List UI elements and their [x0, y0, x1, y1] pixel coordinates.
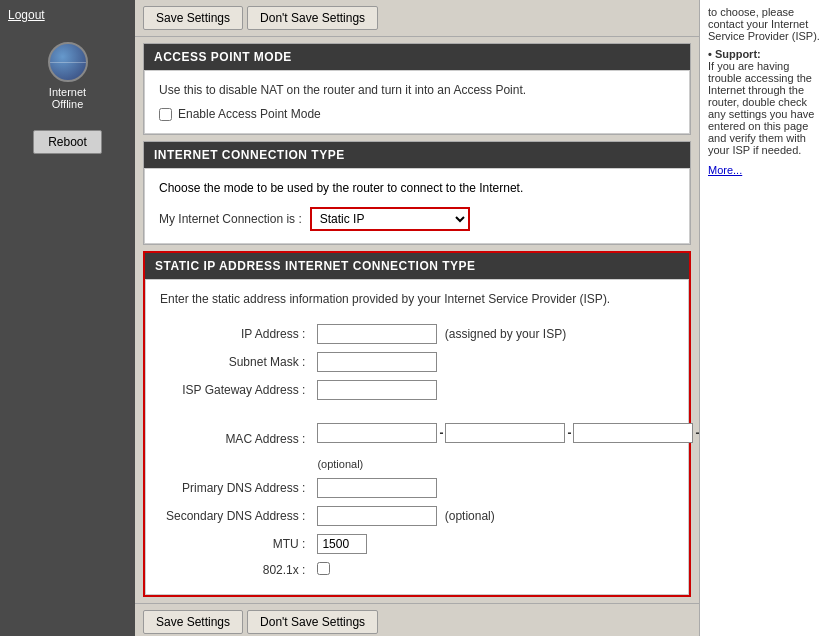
static-ip-body: Enter the static address information pro…: [145, 279, 689, 595]
right-panel-support-title: • Support:: [708, 48, 826, 60]
reboot-button[interactable]: Reboot: [33, 130, 102, 154]
mac-field-2[interactable]: [445, 423, 565, 443]
bottom-toolbar: Save Settings Don't Save Settings: [135, 603, 699, 636]
static-ip-header: STATIC IP ADDRESS INTERNET CONNECTION TY…: [145, 253, 689, 279]
connection-label: My Internet Connection is :: [159, 212, 302, 226]
internet-label: Internet Offline: [49, 86, 86, 110]
static-ip-form: IP Address : (assigned by your ISP) Subn…: [160, 320, 699, 582]
dot1x-cell: [311, 558, 699, 582]
mtu-cell: [311, 530, 699, 558]
more-link[interactable]: More...: [708, 164, 826, 176]
mac-fields: - - - - - Clone MAC Address: [317, 408, 699, 458]
gateway-input[interactable]: [317, 380, 437, 400]
dot1x-label: 802.1x :: [160, 558, 311, 582]
access-point-body: Use this to disable NAT on the router an…: [144, 70, 690, 134]
logout-button[interactable]: Logout: [8, 8, 45, 22]
access-point-checkbox-label: Enable Access Point Mode: [178, 107, 321, 121]
mac-field-1[interactable]: [317, 423, 437, 443]
primary-dns-cell: [311, 474, 699, 502]
top-toolbar: Save Settings Don't Save Settings: [135, 0, 699, 37]
mac-optional-label: (optional): [317, 458, 699, 470]
subnet-mask-input[interactable]: [317, 352, 437, 372]
mac-address-cell: - - - - - Clone MAC Address: [311, 404, 699, 474]
bottom-save-settings-button[interactable]: Save Settings: [143, 610, 243, 634]
right-panel: to choose, please contact your Internet …: [699, 0, 834, 636]
sidebar: Logout Internet Offline Reboot: [0, 0, 135, 636]
access-point-checkbox[interactable]: [159, 108, 172, 121]
ip-address-input[interactable]: [317, 324, 437, 344]
internet-globe-icon: [48, 42, 88, 82]
secondary-dns-cell: (optional): [311, 502, 699, 530]
mtu-input[interactable]: [317, 534, 367, 554]
inet-type-header: INTERNET CONNECTION TYPE: [144, 142, 690, 168]
secondary-dns-label: Secondary DNS Address :: [160, 502, 311, 530]
bottom-dont-save-settings-button[interactable]: Don't Save Settings: [247, 610, 378, 634]
secondary-dns-row: Secondary DNS Address : (optional): [160, 502, 699, 530]
mtu-row: MTU :: [160, 530, 699, 558]
connection-type-select[interactable]: Static IP Dynamic IP (DHCP) PPPoE PPTP L…: [310, 207, 470, 231]
primary-dns-input[interactable]: [317, 478, 437, 498]
inet-type-body: Choose the mode to be used by the router…: [144, 168, 690, 244]
right-panel-intro: to choose, please contact your Internet …: [708, 6, 826, 42]
dot1x-row: 802.1x :: [160, 558, 699, 582]
right-panel-support-text: If you are having trouble accessing the …: [708, 60, 826, 156]
save-settings-button[interactable]: Save Settings: [143, 6, 243, 30]
secondary-dns-optional: (optional): [445, 509, 495, 523]
static-ip-section: STATIC IP ADDRESS INTERNET CONNECTION TY…: [143, 251, 691, 597]
gateway-row: ISP Gateway Address :: [160, 376, 699, 404]
dont-save-settings-button[interactable]: Don't Save Settings: [247, 6, 378, 30]
gateway-cell: [311, 376, 699, 404]
subnet-mask-cell: [311, 348, 699, 376]
mac-field-3[interactable]: [573, 423, 693, 443]
secondary-dns-input[interactable]: [317, 506, 437, 526]
static-ip-description: Enter the static address information pro…: [160, 292, 674, 306]
access-point-description: Use this to disable NAT on the router an…: [159, 83, 675, 97]
gateway-label: ISP Gateway Address :: [160, 376, 311, 404]
mac-address-row: MAC Address : - - - -: [160, 404, 699, 474]
ip-address-note: (assigned by your ISP): [445, 327, 566, 341]
mac-address-label: MAC Address :: [160, 404, 311, 474]
primary-dns-label: Primary DNS Address :: [160, 474, 311, 502]
subnet-mask-row: Subnet Mask :: [160, 348, 699, 376]
dot1x-checkbox[interactable]: [317, 562, 330, 575]
mac-sep-2: -: [567, 426, 571, 440]
inet-type-section: INTERNET CONNECTION TYPE Choose the mode…: [143, 141, 691, 245]
access-point-header: ACCESS POINT MODE: [144, 44, 690, 70]
content-area: ACCESS POINT MODE Use this to disable NA…: [135, 37, 699, 603]
ip-address-cell: (assigned by your ISP): [311, 320, 699, 348]
access-point-checkbox-row: Enable Access Point Mode: [159, 107, 675, 121]
ip-address-label: IP Address :: [160, 320, 311, 348]
subnet-mask-label: Subnet Mask :: [160, 348, 311, 376]
ip-address-row: IP Address : (assigned by your ISP): [160, 320, 699, 348]
connection-row: My Internet Connection is : Static IP Dy…: [159, 207, 675, 231]
mtu-label: MTU :: [160, 530, 311, 558]
mac-sep-1: -: [439, 426, 443, 440]
internet-status: Internet Offline: [48, 42, 88, 110]
inet-type-description: Choose the mode to be used by the router…: [159, 181, 675, 195]
access-point-section: ACCESS POINT MODE Use this to disable NA…: [143, 43, 691, 135]
main-content: Save Settings Don't Save Settings ACCESS…: [135, 0, 699, 636]
primary-dns-row: Primary DNS Address :: [160, 474, 699, 502]
